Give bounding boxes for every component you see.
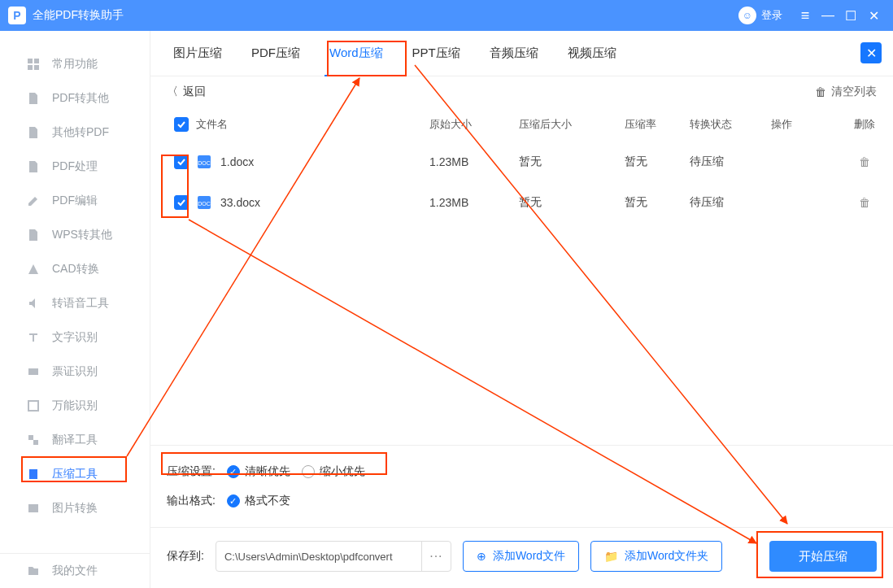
sidebar-item-cad[interactable]: CAD转换 (0, 252, 150, 286)
app-logo-icon: P (8, 7, 26, 24)
text-icon (26, 331, 41, 344)
edit-icon (26, 194, 41, 207)
sidebar-item-label: PDF处理 (52, 159, 98, 174)
audio-icon (26, 297, 41, 310)
sidebar-item-universal-ocr[interactable]: 万能识别 (0, 389, 150, 423)
tab-video-compress[interactable]: 视频压缩 (553, 31, 631, 76)
svg-rect-0 (28, 59, 33, 63)
column-name: 文件名 (196, 117, 429, 132)
column-op: 操作 (771, 117, 844, 132)
sidebar-item-common[interactable]: 常用功能 (0, 47, 150, 81)
tab-ppt-compress[interactable]: PPT压缩 (398, 31, 475, 76)
svg-rect-6 (28, 504, 38, 512)
file-size: 1.23MB (429, 196, 519, 209)
avatar-icon[interactable]: ☺ (738, 7, 756, 24)
save-path-box: C:\Users\Admin\Desktop\pdfconvert ··· (216, 541, 451, 572)
svg-text:DOC: DOC (198, 160, 211, 166)
svg-rect-3 (34, 65, 39, 70)
tab-audio-compress[interactable]: 音频压缩 (475, 31, 553, 76)
clear-label: 清空列表 (831, 85, 877, 99)
row-checkbox[interactable] (174, 195, 189, 210)
translate-icon (26, 433, 41, 446)
close-window-button[interactable]: ✕ (862, 8, 885, 24)
sidebar-item-image-convert[interactable]: 图片转换 (0, 491, 150, 525)
close-panel-button[interactable]: ✕ (860, 42, 882, 63)
sidebar-item-my-files[interactable]: 我的文件 (0, 554, 150, 588)
sidebar-item-label: 其他转PDF (52, 125, 109, 140)
tab-image-compress[interactable]: 图片压缩 (159, 31, 237, 76)
action-bar: 保存到: C:\Users\Admin\Desktop\pdfconvert ·… (150, 527, 893, 588)
sidebar-item-label: PDF转其他 (52, 91, 109, 106)
radio-format-same[interactable]: 格式不变 (227, 494, 290, 508)
row-checkbox[interactable] (174, 155, 189, 169)
sidebar-item-other-to-pdf[interactable]: 其他转PDF (0, 115, 150, 150)
minimize-button[interactable]: — (817, 8, 839, 23)
file-ratio: 暂无 (625, 195, 690, 210)
sidebar-item-label: PDF编辑 (52, 194, 98, 208)
sidebar-item-label: 票证识别 (52, 364, 98, 379)
save-path-value: C:\Users\Admin\Desktop\pdfconvert (216, 551, 421, 563)
browse-path-button[interactable]: ··· (421, 542, 451, 571)
sidebar-item-pdf-edit[interactable]: PDF编辑 (0, 184, 150, 218)
radio-label: 缩小优先 (320, 464, 365, 479)
tabs-bar: 图片压缩 PDF压缩 Word压缩 PPT压缩 音频压缩 视频压缩 ✕ (150, 31, 893, 76)
sidebar-item-ocr[interactable]: 文字识别 (0, 320, 150, 355)
sidebar-item-pdf-to-other[interactable]: PDF转其他 (0, 81, 150, 115)
maximize-button[interactable]: ☐ (839, 8, 862, 24)
column-after: 压缩后大小 (519, 117, 625, 132)
file-ratio: 暂无 (625, 155, 690, 169)
delete-row-button[interactable]: 🗑 (859, 155, 870, 168)
add-word-file-button[interactable]: ⊕ 添加Word文件 (463, 541, 579, 572)
table-header: 文件名 原始大小 压缩后大小 压缩率 转换状态 操作 删除 (167, 107, 885, 142)
radio-label: 格式不变 (245, 494, 290, 508)
scan-icon (26, 399, 41, 412)
sidebar-item-label: WPS转其他 (52, 228, 112, 242)
sidebar-item-label: 我的文件 (52, 564, 98, 578)
delete-row-button[interactable]: 🗑 (859, 196, 870, 209)
sidebar-item-audio[interactable]: 转语音工具 (0, 286, 150, 320)
sidebar-item-ticket[interactable]: 票证识别 (0, 355, 150, 389)
svg-rect-4 (28, 368, 38, 375)
document-icon (26, 92, 41, 105)
clear-list-button[interactable]: 🗑清空列表 (815, 85, 877, 99)
file-status: 待压缩 (690, 195, 771, 210)
docx-icon: DOC (196, 194, 212, 211)
document-icon (26, 126, 41, 139)
start-compress-button[interactable]: 开始压缩 (769, 541, 877, 572)
tab-word-compress[interactable]: Word压缩 (315, 31, 398, 76)
options-panel: 压缩设置: 清晰优先 缩小优先 输出格式: 格式不变 (150, 445, 893, 527)
sidebar-item-wps[interactable]: WPS转其他 (0, 218, 150, 252)
ticket-icon (26, 365, 41, 378)
back-button[interactable]: 〈返回 (167, 85, 206, 99)
sidebar-item-label: 图片转换 (52, 501, 98, 516)
file-name: 33.docx (220, 196, 260, 209)
grid-icon (26, 58, 41, 71)
radio-clarity-first[interactable]: 清晰优先 (227, 464, 290, 479)
sidebar-item-label: 万能识别 (52, 399, 98, 413)
sidebar-item-compress[interactable]: 压缩工具 (0, 457, 150, 491)
sidebar-item-pdf-process[interactable]: PDF处理 (0, 150, 150, 184)
sidebar-item-label: 文字识别 (52, 330, 98, 345)
file-name: 1.docx (220, 155, 254, 168)
save-to-label: 保存到: (167, 549, 204, 564)
hamburger-icon[interactable]: ≡ (794, 7, 817, 24)
sidebar-item-label: CAD转换 (52, 262, 99, 277)
trash-icon: 🗑 (815, 85, 826, 98)
content-area: 图片压缩 PDF压缩 Word压缩 PPT压缩 音频压缩 视频压缩 ✕ 〈返回 … (150, 31, 893, 588)
sidebar-item-translate[interactable]: 翻译工具 (0, 423, 150, 457)
document-icon (26, 229, 41, 242)
add-word-folder-button[interactable]: 📁 添加Word文件夹 (590, 541, 722, 572)
column-del: 删除 (844, 117, 885, 132)
select-all-checkbox[interactable] (174, 117, 189, 132)
title-bar: P 全能PDF转换助手 ☺ 登录 ≡ — ☐ ✕ (0, 0, 893, 31)
sidebar: 常用功能 PDF转其他 其他转PDF PDF处理 PDF编辑 WPS转其他 CA… (0, 31, 150, 588)
sidebar-item-label: 转语音工具 (52, 296, 109, 311)
login-button[interactable]: 登录 (761, 8, 782, 23)
compress-icon (26, 468, 41, 481)
plus-icon: ⊕ (477, 550, 486, 563)
file-table: 文件名 原始大小 压缩后大小 压缩率 转换状态 操作 删除 DOC1.docx … (150, 107, 893, 223)
tab-pdf-compress[interactable]: PDF压缩 (237, 31, 315, 76)
radio-size-first[interactable]: 缩小优先 (302, 464, 365, 479)
docx-icon: DOC (196, 154, 212, 170)
table-row: DOC1.docx 1.23MB 暂无 暂无 待压缩 🗑 (167, 142, 885, 182)
